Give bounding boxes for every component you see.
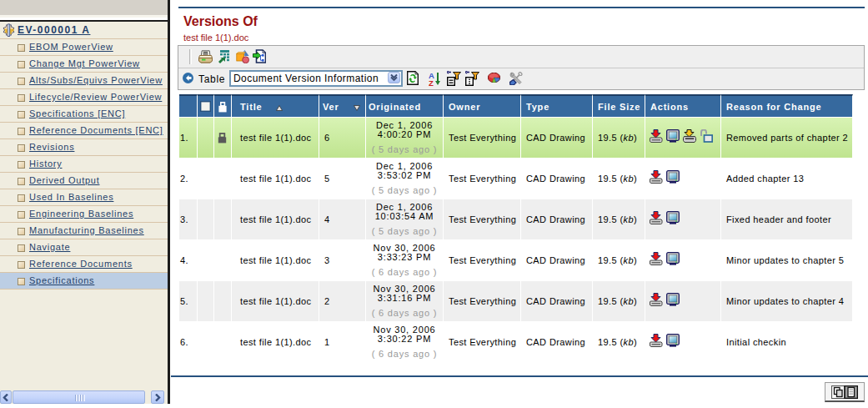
svg-text:Z: Z (429, 78, 434, 87)
